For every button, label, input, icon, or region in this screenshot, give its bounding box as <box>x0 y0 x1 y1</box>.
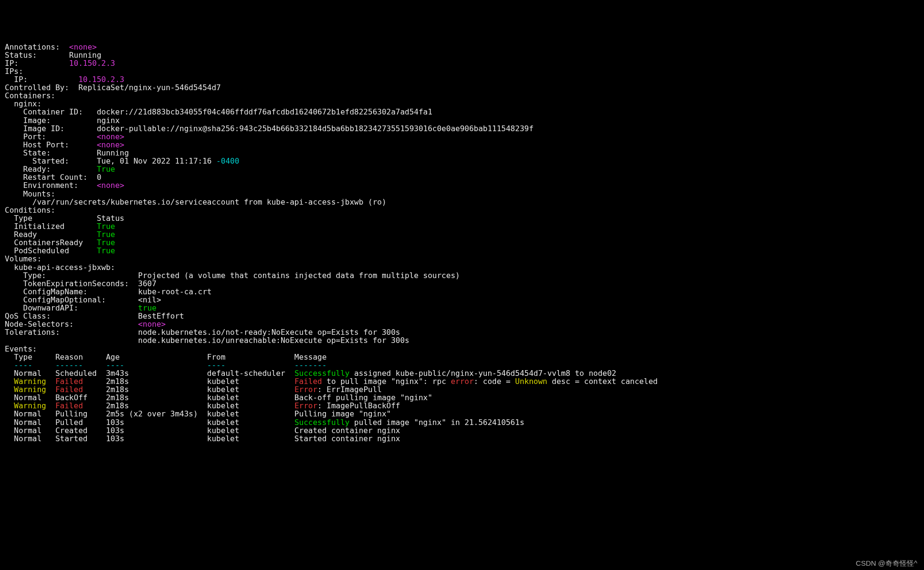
terminal-line: Image: nginx <box>5 116 921 124</box>
terminal-segment: desc = context canceled <box>547 377 658 386</box>
terminal-line: Node-Selectors: <none> <box>5 320 921 328</box>
terminal-segment: True <box>97 246 116 255</box>
terminal-line: PodScheduled True <box>5 247 921 255</box>
terminal-line: Container ID: docker://21d883bcb34055f04… <box>5 108 921 116</box>
terminal-line: /var/run/secrets/kubernetes.io/serviceac… <box>5 198 921 206</box>
terminal-line: Type Status <box>5 214 921 222</box>
terminal-line: nginx: <box>5 100 921 108</box>
terminal-segment: node.kubernetes.io/unreachable:NoExecute… <box>5 336 410 345</box>
terminal-line: Tolerations: node.kubernetes.io/not-read… <box>5 328 921 336</box>
terminal-segment: error <box>451 377 473 386</box>
terminal-segment: <none> <box>97 181 125 190</box>
terminal-line: ContainersReady True <box>5 238 921 247</box>
terminal-line: Normal Pulled 103s kubelet Successfully … <box>5 418 921 426</box>
terminal-output[interactable]: Annotations: <none>Status: RunningIP: 10… <box>0 41 924 447</box>
terminal-line: TokenExpirationSeconds: 3607 <box>5 280 921 288</box>
terminal-line: Normal BackOff 2m18s kubelet Back-off pu… <box>5 394 921 402</box>
terminal-line: ---- ------ ---- ---- ------- <box>5 361 921 369</box>
terminal-line: node.kubernetes.io/unreachable:NoExecute… <box>5 336 921 344</box>
terminal-line: Ready: True <box>5 165 921 173</box>
terminal-line: kube-api-access-jbxwb: <box>5 263 921 271</box>
terminal-line: Mounts: <box>5 190 921 198</box>
terminal-line: Annotations: <none> <box>5 43 921 51</box>
terminal-line: Type: Projected (a volume that contains … <box>5 271 921 280</box>
terminal-segment: Normal Started 103s kubelet Started cont… <box>5 434 400 443</box>
terminal-line: Initialized True <box>5 222 921 230</box>
terminal-line: QoS Class: BestEffort <box>5 312 921 320</box>
terminal-line: Started: Tue, 01 Nov 2022 11:17:16 -0400 <box>5 157 921 165</box>
terminal-line: Containers: <box>5 92 921 100</box>
terminal-segment: 10.150.2.3 <box>69 59 115 68</box>
terminal-segment: /var/run/secrets/kubernetes.io/serviceac… <box>5 197 387 207</box>
terminal-line: Type Reason Age From Message <box>5 353 921 361</box>
terminal-line: DownwardAPI: true <box>5 304 921 312</box>
terminal-line: Image ID: docker-pullable://nginx@sha256… <box>5 124 921 133</box>
terminal-line: ConfigMapName: kube-root-ca.crt <box>5 288 921 296</box>
terminal-line: Normal Started 103s kubelet Started cont… <box>5 435 921 443</box>
terminal-line: State: Running <box>5 149 921 157</box>
terminal-line: Normal Pulling 2m5s (x2 over 3m43s) kube… <box>5 410 921 418</box>
terminal-line: Conditions: <box>5 206 921 214</box>
terminal-line: Volumes: <box>5 255 921 263</box>
terminal-line: Port: <none> <box>5 133 921 141</box>
terminal-line: Warning Failed 2m18s kubelet Error: Imag… <box>5 402 921 410</box>
terminal-line: Warning Failed 2m18s kubelet Failed to p… <box>5 377 921 385</box>
terminal-line: IP: 10.150.2.3 <box>5 75 921 83</box>
terminal-line: IPs: <box>5 67 921 75</box>
terminal-line: Events: <box>5 345 921 353</box>
terminal-line: ConfigMapOptional: <nil> <box>5 296 921 304</box>
terminal-line: Normal Scheduled 3m43s default-scheduler… <box>5 369 921 377</box>
terminal-segment: -0400 <box>216 156 239 166</box>
terminal-line: Host Port: <none> <box>5 141 921 149</box>
terminal-line: Warning Failed 2m18s kubelet Error: ErrI… <box>5 385 921 394</box>
terminal-line: Environment: <none> <box>5 181 921 189</box>
terminal-line: Status: Running <box>5 51 921 59</box>
terminal-line: Ready True <box>5 230 921 238</box>
terminal-line: Restart Count: 0 <box>5 173 921 181</box>
terminal-segment: : code = <box>474 377 515 386</box>
terminal-line: Controlled By: ReplicaSet/nginx-yun-546d… <box>5 83 921 92</box>
terminal-line: Normal Created 103s kubelet Created cont… <box>5 426 921 435</box>
terminal-line: IP: 10.150.2.3 <box>5 59 921 67</box>
terminal-segment: Unknown <box>515 377 547 386</box>
